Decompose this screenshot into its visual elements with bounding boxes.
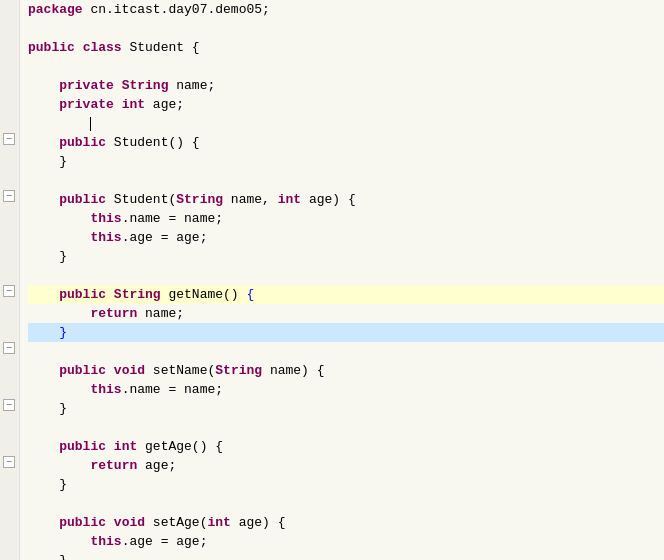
code-text: age; xyxy=(145,95,184,114)
code-text: name, xyxy=(223,190,278,209)
code-line-16: public String getName() { xyxy=(28,285,664,304)
code-brace3: } xyxy=(59,399,67,418)
text-cursor xyxy=(90,117,91,131)
code-indent xyxy=(28,551,59,560)
code-indent xyxy=(28,323,59,342)
code-indent xyxy=(28,304,90,323)
code-line-11: public Student(String name, int age) { xyxy=(28,190,664,209)
keyword-void: void xyxy=(114,361,145,380)
keyword-private2: private xyxy=(59,95,114,114)
keyword-int2: int xyxy=(278,190,301,209)
keyword-return2: return xyxy=(90,456,137,475)
code-line-9: } xyxy=(28,152,664,171)
code-indent xyxy=(28,209,90,228)
code-indent xyxy=(28,456,90,475)
code-line-10 xyxy=(28,171,664,190)
code-text: getAge() { xyxy=(137,437,223,456)
fold-marker-setname[interactable]: − xyxy=(3,342,15,354)
code-text xyxy=(106,361,114,380)
code-text: Student { xyxy=(122,38,200,57)
code-indent xyxy=(28,190,59,209)
keyword-int: int xyxy=(122,95,145,114)
code-text xyxy=(106,285,114,304)
code-text xyxy=(106,513,114,532)
code-editor: − − − − − − package cn.itcast.day07.demo… xyxy=(0,0,664,560)
code-text: age) { xyxy=(301,190,356,209)
code-line-22: } xyxy=(28,399,664,418)
code-line-19 xyxy=(28,342,664,361)
code-line-17: return name; xyxy=(28,304,664,323)
keyword-public: public xyxy=(28,38,75,57)
code-text: name; xyxy=(168,76,215,95)
code-indent xyxy=(28,513,59,532)
code-line-25: return age; xyxy=(28,456,664,475)
code-indent xyxy=(28,247,59,266)
keyword-public3: public xyxy=(59,285,106,304)
code-indent xyxy=(28,361,59,380)
code-line-23 xyxy=(28,418,664,437)
editor-gutter: − − − − − − xyxy=(0,0,20,560)
code-text: age) { xyxy=(231,513,286,532)
code-line-1: package cn.itcast.day07.demo05; xyxy=(28,0,664,19)
code-text: Student( xyxy=(106,190,176,209)
code-indent xyxy=(28,437,59,456)
code-line-8: public Student() { xyxy=(28,133,664,152)
code-indent xyxy=(28,532,90,551)
code-indent xyxy=(28,133,59,152)
code-indent xyxy=(28,380,90,399)
keyword-this3: this xyxy=(90,380,121,399)
code-indent xyxy=(28,399,59,418)
code-line-13: this.age = age; xyxy=(28,228,664,247)
code-text: setAge( xyxy=(145,513,207,532)
code-text: name) { xyxy=(262,361,324,380)
keyword-return: return xyxy=(90,304,137,323)
code-text: .name = name; xyxy=(122,380,223,399)
keyword-int4: int xyxy=(207,513,230,532)
code-indent xyxy=(28,76,59,95)
code-line-12: this.name = name; xyxy=(28,209,664,228)
code-text xyxy=(75,38,83,57)
code-text: Student() { xyxy=(106,133,200,152)
keyword-public2: public xyxy=(59,190,106,209)
code-text: .age = age; xyxy=(122,228,208,247)
keyword-public: public xyxy=(59,133,106,152)
code-content: package cn.itcast.day07.demo05; public c… xyxy=(20,0,664,560)
fold-marker-constructor2[interactable]: − xyxy=(3,190,15,202)
code-text xyxy=(114,76,122,95)
code-line-18: } xyxy=(28,323,664,342)
code-line-3: public class Student { xyxy=(28,38,664,57)
keyword-string: String xyxy=(122,76,169,95)
code-text: .age = age; xyxy=(122,532,208,551)
code-line-6: private int age; xyxy=(28,95,664,114)
fold-marker-constructor1[interactable]: − xyxy=(3,133,15,145)
code-indent-cursor xyxy=(28,114,90,133)
code-text: name; xyxy=(137,304,184,323)
code-text xyxy=(114,95,122,114)
code-brace: } xyxy=(59,152,67,171)
keyword-private: private xyxy=(59,76,114,95)
fold-marker-getage[interactable]: − xyxy=(3,399,15,411)
code-line-4 xyxy=(28,57,664,76)
code-lines: package cn.itcast.day07.demo05; public c… xyxy=(20,0,664,560)
keyword-this2: this xyxy=(90,228,121,247)
open-brace: { xyxy=(246,285,254,304)
code-indent xyxy=(28,152,59,171)
code-text: getName() xyxy=(161,285,247,304)
code-line-7 xyxy=(28,114,664,133)
fold-marker-setage[interactable]: − xyxy=(3,456,15,468)
code-brace2: } xyxy=(59,247,67,266)
code-line-5: private String name; xyxy=(28,76,664,95)
keyword-string2: String xyxy=(176,190,223,209)
keyword-public6: public xyxy=(59,513,106,532)
keyword-void2: void xyxy=(114,513,145,532)
code-brace5: } xyxy=(59,551,67,560)
fold-marker-getname[interactable]: − xyxy=(3,285,15,297)
code-line-29: this.age = age; xyxy=(28,532,664,551)
keyword-this1: this xyxy=(90,209,121,228)
code-line-15 xyxy=(28,266,664,285)
keyword-string3: String xyxy=(114,285,161,304)
code-line-24: public int getAge() { xyxy=(28,437,664,456)
code-indent xyxy=(28,475,59,494)
code-line-28: public void setAge(int age) { xyxy=(28,513,664,532)
code-text: cn.itcast.day07.demo05; xyxy=(83,0,270,19)
